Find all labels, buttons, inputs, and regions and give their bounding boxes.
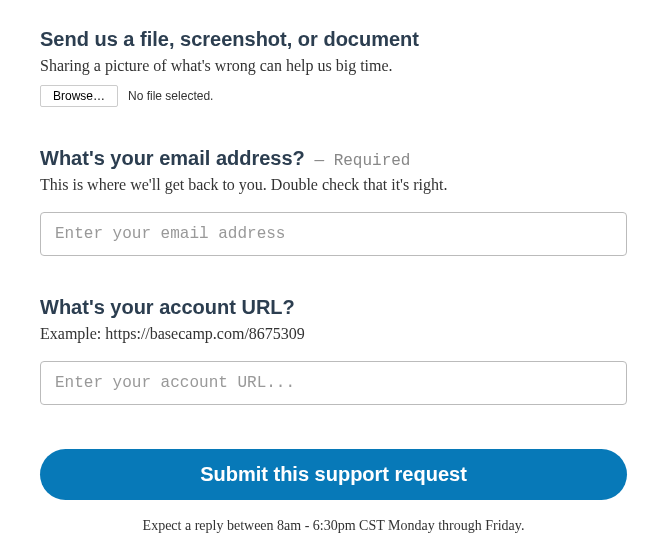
- file-heading: Send us a file, screenshot, or document: [40, 28, 627, 51]
- footer-note: Expect a reply between 8am - 6:30pm CST …: [40, 518, 627, 534]
- required-label: Required: [334, 152, 411, 170]
- email-input[interactable]: [40, 212, 627, 256]
- submit-button[interactable]: Submit this support request: [40, 449, 627, 500]
- browse-button[interactable]: Browse…: [40, 85, 118, 107]
- url-section: What's your account URL? Example: https:…: [40, 296, 627, 405]
- file-description: Sharing a picture of what's wrong can he…: [40, 57, 627, 75]
- url-description: Example: https://basecamp.com/8675309: [40, 325, 627, 343]
- file-section: Send us a file, screenshot, or document …: [40, 28, 627, 107]
- email-heading: What's your email address? — Required: [40, 147, 627, 170]
- url-input[interactable]: [40, 361, 627, 405]
- email-section: What's your email address? — Required Th…: [40, 147, 627, 256]
- email-heading-text: What's your email address?: [40, 147, 305, 169]
- file-row: Browse… No file selected.: [40, 85, 627, 107]
- required-wrapper: — Required: [305, 152, 411, 170]
- required-prefix: —: [305, 152, 334, 170]
- email-description: This is where we'll get back to you. Dou…: [40, 176, 627, 194]
- url-heading: What's your account URL?: [40, 296, 627, 319]
- file-status: No file selected.: [128, 89, 213, 103]
